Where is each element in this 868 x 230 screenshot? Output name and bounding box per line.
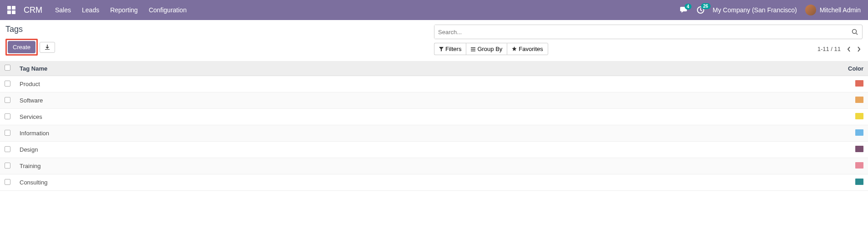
- select-all-checkbox[interactable]: [5, 65, 10, 71]
- row-checkbox[interactable]: [5, 113, 10, 119]
- row-color-cell: [832, 174, 868, 191]
- row-name: Training: [15, 158, 832, 174]
- row-checkbox-cell: [0, 109, 15, 125]
- color-swatch[interactable]: [855, 162, 863, 169]
- control-panel: Tags Create Filters: [0, 20, 868, 59]
- row-color-cell: [832, 92, 868, 109]
- row-name: Software: [15, 92, 832, 109]
- activities-badge: 26: [701, 3, 711, 9]
- control-buttons: Create: [5, 39, 434, 56]
- export-button[interactable]: [40, 42, 55, 53]
- pager-range[interactable]: 1-11: [818, 46, 829, 52]
- chevron-left-icon: [847, 46, 851, 52]
- table-row[interactable]: Design: [0, 142, 868, 158]
- table-row[interactable]: Product: [0, 76, 868, 92]
- nav-item-leads[interactable]: Leads: [82, 6, 99, 14]
- search-button[interactable]: [848, 29, 862, 35]
- company-selector[interactable]: My Company (San Francisco): [713, 6, 797, 14]
- download-icon: [45, 45, 50, 50]
- funnel-icon: [439, 47, 444, 51]
- activities-button[interactable]: 26: [696, 6, 705, 14]
- row-checkbox-cell: [0, 158, 15, 174]
- header-checkbox-cell: [0, 61, 15, 76]
- table-row[interactable]: Software: [0, 92, 868, 109]
- header-color[interactable]: Color: [832, 61, 868, 76]
- row-checkbox[interactable]: [5, 163, 10, 169]
- filters-button[interactable]: Filters: [434, 43, 466, 55]
- control-panel-left: Tags Create: [5, 25, 434, 59]
- table-header-row: Tag Name Color: [0, 61, 868, 76]
- apps-icon[interactable]: [7, 6, 15, 14]
- table-row[interactable]: Consulting: [0, 174, 868, 191]
- row-checkbox-cell: [0, 142, 15, 158]
- row-checkbox[interactable]: [5, 146, 10, 152]
- user-menu[interactable]: Mitchell Admin: [805, 5, 861, 15]
- color-swatch[interactable]: [855, 146, 863, 152]
- pager-text: 1-11 / 11: [818, 46, 841, 52]
- favorites-label: Favorites: [519, 46, 543, 52]
- row-checkbox-cell: [0, 76, 15, 92]
- nav-item-configuration[interactable]: Configuration: [149, 6, 187, 14]
- row-checkbox-cell: [0, 125, 15, 142]
- search-box: [434, 25, 863, 39]
- filter-buttons: Filters Group By Favorites: [434, 43, 548, 55]
- pager-nav: [845, 46, 863, 53]
- star-icon: [512, 46, 517, 51]
- pager-next[interactable]: [855, 46, 863, 53]
- create-highlight: Create: [5, 39, 38, 56]
- pager-prev[interactable]: [845, 46, 853, 53]
- row-checkbox[interactable]: [5, 179, 10, 185]
- tags-table: Tag Name Color ProductSoftwareServicesIn…: [0, 61, 868, 191]
- create-button[interactable]: Create: [8, 41, 35, 53]
- row-color-cell: [832, 158, 868, 174]
- table-row[interactable]: Information: [0, 125, 868, 142]
- nav-item-reporting[interactable]: Reporting: [110, 6, 138, 14]
- favorites-button[interactable]: Favorites: [507, 43, 548, 55]
- pager: 1-11 / 11: [818, 46, 863, 53]
- header-name[interactable]: Tag Name: [15, 61, 832, 76]
- app-name[interactable]: CRM: [24, 5, 42, 15]
- avatar: [805, 5, 816, 15]
- color-swatch[interactable]: [855, 113, 863, 119]
- messages-badge: 4: [685, 4, 692, 10]
- groupby-label: Group By: [477, 46, 502, 52]
- color-swatch[interactable]: [855, 80, 863, 87]
- filters-label: Filters: [445, 46, 461, 52]
- control-bottom-right: Filters Group By Favorites 1-11 / 11: [434, 43, 863, 55]
- color-swatch[interactable]: [855, 129, 863, 136]
- row-name: Consulting: [15, 174, 832, 191]
- row-color-cell: [832, 109, 868, 125]
- groupby-button[interactable]: Group By: [466, 43, 507, 55]
- row-checkbox[interactable]: [5, 97, 10, 103]
- messages-button[interactable]: 4: [680, 6, 688, 14]
- chevron-right-icon: [857, 46, 861, 52]
- row-color-cell: [832, 125, 868, 142]
- row-name: Design: [15, 142, 832, 158]
- search-icon: [852, 29, 858, 35]
- pager-total: 11: [834, 46, 841, 52]
- list-icon: [471, 47, 475, 51]
- navbar-right: 4 26 My Company (San Francisco) Mitchell…: [680, 5, 861, 15]
- row-checkbox-cell: [0, 174, 15, 191]
- row-color-cell: [832, 76, 868, 92]
- top-navbar: CRM Sales Leads Reporting Configuration …: [0, 0, 868, 20]
- table-row[interactable]: Services: [0, 109, 868, 125]
- color-swatch[interactable]: [855, 97, 863, 103]
- control-panel-right: Filters Group By Favorites 1-11 / 11: [434, 25, 863, 59]
- color-swatch[interactable]: [855, 179, 863, 185]
- row-name: Product: [15, 76, 832, 92]
- row-name: Information: [15, 125, 832, 142]
- nav-item-sales[interactable]: Sales: [55, 6, 71, 14]
- breadcrumb: Tags: [5, 25, 434, 34]
- svg-point-1: [853, 30, 857, 34]
- navbar-left: CRM Sales Leads Reporting Configuration: [7, 5, 187, 15]
- search-input[interactable]: [434, 25, 848, 39]
- row-name: Services: [15, 109, 832, 125]
- row-checkbox[interactable]: [5, 81, 10, 87]
- row-checkbox-cell: [0, 92, 15, 109]
- row-color-cell: [832, 142, 868, 158]
- table-row[interactable]: Training: [0, 158, 868, 174]
- user-name: Mitchell Admin: [820, 6, 861, 14]
- nav-menu: Sales Leads Reporting Configuration: [55, 6, 187, 14]
- row-checkbox[interactable]: [5, 130, 10, 136]
